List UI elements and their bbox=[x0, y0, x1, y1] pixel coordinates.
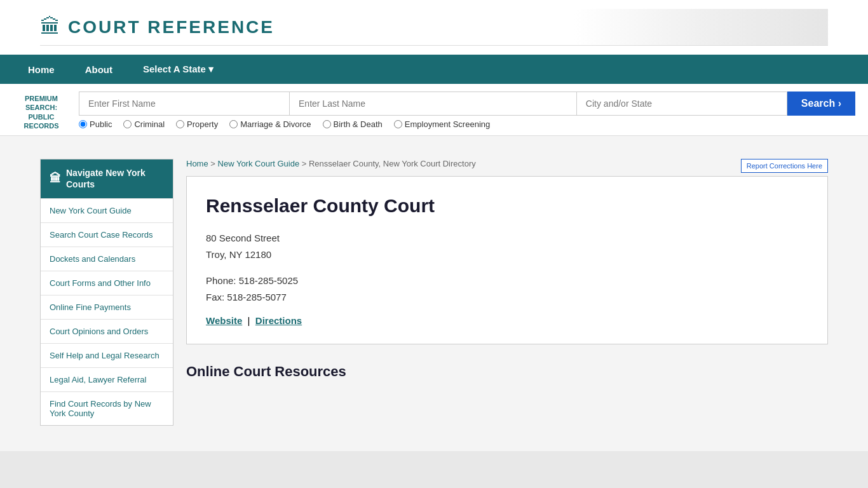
radio-property[interactable]: Property bbox=[176, 119, 218, 129]
radio-public[interactable]: Public bbox=[79, 119, 112, 129]
sidebar-item-legal-aid[interactable]: Legal Aid, Lawyer Referral bbox=[41, 367, 173, 391]
premium-label: PREMIUM SEARCH: PUBLIC RECORDS bbox=[13, 94, 70, 130]
logo-icon: 🏛 bbox=[40, 15, 60, 39]
court-address: 80 Second Street Troy, NY 12180 bbox=[206, 230, 808, 262]
radio-marriage-divorce[interactable]: Marriage & Divorce bbox=[229, 119, 311, 129]
sidebar-item-ny-court-guide[interactable]: New York Court Guide bbox=[41, 198, 173, 222]
main-layout: 🏛 Navigate New York Courts New York Cour… bbox=[40, 146, 828, 438]
search-button[interactable]: Search › bbox=[787, 92, 855, 116]
address-line2: Troy, NY 12180 bbox=[206, 249, 271, 260]
nav-select-state[interactable]: Select A State ▾ bbox=[128, 55, 229, 84]
court-phone-info: Phone: 518-285-5025 Fax: 518-285-5077 bbox=[206, 273, 808, 305]
logo-text: COURT REFERENCE bbox=[68, 17, 275, 37]
court-title: Rensselaer County Court bbox=[206, 194, 808, 217]
radio-criminal[interactable]: Criminal bbox=[123, 119, 165, 129]
nav-home[interactable]: Home bbox=[13, 55, 70, 84]
court-card: Rensselaer County Court 80 Second Street… bbox=[186, 176, 828, 344]
court-fax: Fax: 518-285-5077 bbox=[206, 292, 287, 302]
breadcrumb: Home > New York Court Guide > Rensselaer… bbox=[186, 159, 828, 168]
court-phone: Phone: 518-285-5025 bbox=[206, 275, 298, 286]
courthouse-icon: 🏛 bbox=[50, 172, 61, 186]
radio-employment[interactable]: Employment Screening bbox=[394, 119, 490, 129]
search-bar: PREMIUM SEARCH: PUBLIC RECORDS Search › … bbox=[0, 84, 868, 136]
content-area: Home > New York Court Guide > Rensselaer… bbox=[186, 159, 828, 425]
sidebar-item-search-records[interactable]: Search Court Case Records bbox=[41, 222, 173, 247]
sidebar-header: 🏛 Navigate New York Courts bbox=[41, 159, 173, 198]
main-nav: Home About Select A State ▾ bbox=[0, 55, 868, 84]
report-corrections-button[interactable]: Report Corrections Here bbox=[741, 159, 828, 173]
breadcrumb-current: Rensselaer County, New York Court Direct… bbox=[309, 159, 476, 168]
radio-birth-death[interactable]: Birth & Death bbox=[323, 119, 383, 129]
sidebar-item-find-records[interactable]: Find Court Records by New York County bbox=[41, 391, 173, 425]
sidebar-item-self-help[interactable]: Self Help and Legal Research bbox=[41, 343, 173, 367]
court-directions-link[interactable]: Directions bbox=[255, 315, 302, 326]
last-name-input[interactable] bbox=[289, 92, 576, 116]
nav-about[interactable]: About bbox=[70, 55, 128, 84]
sidebar-item-opinions[interactable]: Court Opinions and Orders bbox=[41, 319, 173, 343]
online-resources-heading: Online Court Resources bbox=[186, 357, 828, 380]
first-name-input[interactable] bbox=[79, 92, 289, 116]
breadcrumb-guide[interactable]: New York Court Guide bbox=[218, 159, 300, 168]
address-line1: 80 Second Street bbox=[206, 233, 280, 243]
sidebar-item-dockets[interactable]: Dockets and Calendars bbox=[41, 247, 173, 271]
sidebar-item-court-forms[interactable]: Court Forms and Other Info bbox=[41, 271, 173, 295]
online-resources: Online Court Resources bbox=[186, 357, 828, 380]
breadcrumb-home[interactable]: Home bbox=[186, 159, 208, 168]
sidebar-item-fine-payments[interactable]: Online Fine Payments bbox=[41, 295, 173, 319]
court-links: Website | Directions bbox=[206, 315, 808, 326]
sidebar: 🏛 Navigate New York Courts New York Cour… bbox=[40, 159, 173, 425]
sidebar-header-text: Navigate New York Courts bbox=[66, 167, 164, 190]
city-state-input[interactable] bbox=[576, 92, 787, 116]
court-website-link[interactable]: Website bbox=[206, 315, 242, 326]
